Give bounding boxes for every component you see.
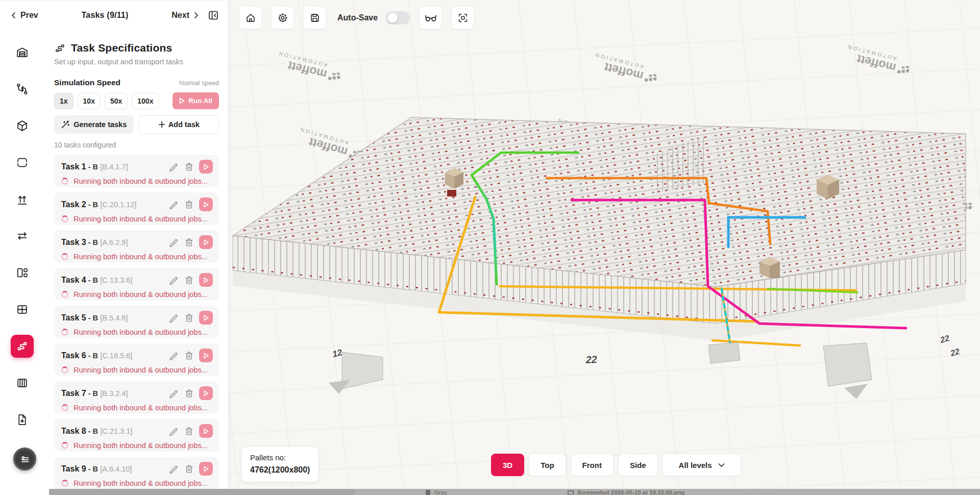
run-task-button[interactable] (199, 386, 213, 400)
delete-task-button[interactable] (184, 388, 194, 399)
left-panel: Prev Tasks (9/11) Next (0, 0, 229, 495)
sidebar-item-warehouse[interactable] (11, 41, 34, 64)
inspect-button[interactable] (419, 6, 442, 29)
sidebar-item-export[interactable] (11, 408, 34, 431)
edit-task-button[interactable] (168, 463, 179, 475)
prev-button[interactable]: Prev (10, 11, 38, 20)
bottom-clipped-bar: Gray Screenshot 2020-05-10 at 10.22.00.p… (49, 489, 980, 495)
task-card[interactable]: Task 6 - B [C.18.5.6] (54, 343, 219, 376)
delete-task-button[interactable] (184, 426, 194, 436)
speed-100x-button[interactable]: 100x (132, 93, 159, 109)
trash-icon (185, 200, 193, 209)
speed-1x-button[interactable]: 1x (54, 93, 74, 109)
edit-task-button[interactable] (168, 161, 179, 172)
run-task-button[interactable] (199, 311, 213, 325)
add-task-button[interactable]: Add task (139, 115, 219, 134)
sidebar-item-tasks[interactable] (11, 335, 34, 358)
speed-50x-button[interactable]: 50x (105, 93, 128, 109)
warehouse-3d-scene: moffett AUTOMATION (229, 0, 980, 495)
task-title: Task 4 - B [C.13.3.6] (61, 276, 132, 285)
edit-task-button[interactable] (168, 312, 179, 324)
delete-task-button[interactable] (184, 161, 194, 172)
task-spinner-icon (61, 329, 68, 336)
panel-header: Prev Tasks (9/11) Next (0, 0, 228, 30)
tasks-configured-label: 10 tasks configured (54, 141, 219, 149)
view-front-button[interactable]: Front (571, 454, 614, 476)
run-task-button[interactable] (199, 349, 213, 362)
view-3d-button[interactable]: 3D (491, 454, 524, 476)
play-icon (204, 277, 209, 283)
sidebar-item-transfers[interactable] (11, 225, 34, 247)
sidebar-item-layout[interactable] (11, 261, 34, 284)
task-specifications-panel: Task Specifications Set up input, output… (44, 30, 228, 495)
simulation-speed-label: Simulation Speed (54, 78, 120, 87)
magic-wand-icon (61, 120, 69, 129)
pencil-icon (169, 464, 178, 474)
settings-button[interactable] (271, 6, 294, 29)
edit-task-button[interactable] (168, 237, 179, 248)
trash-icon (185, 276, 193, 284)
3d-viewport[interactable]: moffett AUTOMATION (229, 0, 980, 495)
quick-list-button[interactable] (13, 448, 36, 471)
delete-task-button[interactable] (184, 312, 194, 323)
levels-dropdown[interactable]: All levels (663, 454, 741, 476)
task-card[interactable]: Task 7 - B [B.3.2.4] (54, 381, 219, 414)
auto-save-control: Auto-Save (337, 11, 410, 24)
next-button[interactable]: Next (172, 11, 200, 20)
fullscreen-button[interactable] (451, 6, 474, 29)
delete-task-button[interactable] (184, 199, 194, 210)
view-controls: 3D Top Front Side All levels (491, 454, 741, 476)
task-spinner-icon (61, 215, 68, 222)
sidebar-item-packages[interactable] (11, 114, 34, 137)
run-task-button[interactable] (199, 160, 213, 174)
speed-10x-button[interactable]: 10x (78, 93, 101, 109)
generate-tasks-button[interactable]: Generate tasks (54, 115, 134, 134)
view-top-button[interactable]: Top (529, 454, 566, 476)
run-task-button[interactable] (199, 235, 213, 249)
floor-label: 22 (585, 354, 597, 365)
task-card[interactable]: Task 4 - B [C.13.3.6] (54, 268, 219, 301)
run-task-button[interactable] (199, 424, 213, 438)
edit-task-button[interactable] (168, 388, 179, 399)
task-card[interactable]: Task 3 - B [A.6.2.9] (54, 230, 219, 263)
sidebar-item-scanner[interactable] (11, 151, 34, 174)
sidebar-item-racking[interactable] (11, 372, 34, 394)
sidebar-item-input-output[interactable] (11, 188, 34, 211)
auto-save-toggle[interactable] (386, 11, 410, 24)
delete-task-button[interactable] (184, 350, 194, 361)
pallets-label: Pallets no: (250, 453, 310, 462)
delete-task-button[interactable] (184, 275, 194, 285)
flow-arrows-icon (16, 83, 29, 95)
edit-task-button[interactable] (168, 350, 179, 361)
gray-label: Gray (434, 489, 447, 495)
task-spinner-icon (61, 480, 68, 487)
run-task-button[interactable] (199, 273, 213, 287)
sidebar-item-flows[interactable] (11, 78, 34, 101)
run-task-button[interactable] (199, 197, 213, 211)
home-button[interactable] (239, 6, 262, 29)
delete-task-button[interactable] (184, 237, 194, 247)
play-icon (204, 428, 209, 434)
task-card[interactable]: Task 5 - B [B.5.4.8] (54, 306, 219, 338)
task-card[interactable]: Task 9 - B [A.6.4.10] (54, 457, 219, 489)
pencil-icon (169, 313, 178, 323)
edit-task-button[interactable] (168, 275, 179, 286)
task-spinner-icon (61, 404, 68, 411)
view-side-button[interactable]: Side (618, 454, 658, 476)
save-button[interactable] (303, 6, 326, 29)
task-card[interactable]: Task 8 - B [C.21.3.1] (54, 419, 219, 452)
prev-label: Prev (20, 11, 38, 20)
edit-task-button[interactable] (168, 426, 179, 437)
run-all-button[interactable]: Run All (173, 92, 219, 109)
chevron-down-icon (718, 463, 725, 467)
delete-task-button[interactable] (184, 463, 194, 474)
levels-dropdown-value: All levels (679, 461, 712, 469)
run-task-button[interactable] (199, 462, 213, 476)
edit-task-button[interactable] (168, 199, 179, 210)
chevron-left-icon (10, 12, 17, 19)
task-card[interactable]: Task 2 - B [C.20.1.12] (54, 192, 219, 225)
task-card[interactable]: Task 1 - B [B.4.1.7] (54, 155, 219, 187)
collapse-panel-button[interactable] (208, 10, 219, 21)
sidebar-item-table[interactable] (11, 298, 34, 321)
trash-icon (185, 464, 193, 473)
